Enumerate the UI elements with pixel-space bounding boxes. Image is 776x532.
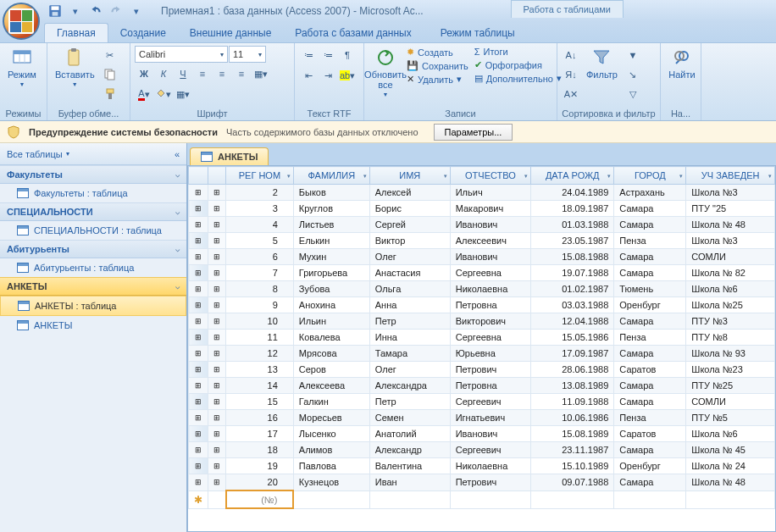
- cell[interactable]: 17.09.1987: [531, 346, 614, 362]
- align-left-icon[interactable]: ≡: [193, 64, 212, 83]
- cell[interactable]: ПТУ "25: [686, 201, 775, 217]
- nav-group-header[interactable]: СПЕЦИАЛЬНОСТИ⌵: [0, 202, 186, 221]
- alt-fill-icon[interactable]: ▦▾: [174, 85, 192, 103]
- expand-icon[interactable]: ⊞: [208, 426, 226, 442]
- cell[interactable]: Пенза: [614, 410, 686, 426]
- table-row[interactable]: ⊞⊞13СеровОлегПетрович28.06.1988СаратовШк…: [189, 362, 775, 378]
- cell[interactable]: 03.03.1988: [531, 297, 614, 313]
- table-row[interactable]: ⊞⊞17ЛысенкоАнатолийИванович15.08.1989Сар…: [189, 426, 775, 442]
- cell[interactable]: Самара: [614, 378, 686, 394]
- cell[interactable]: Самара: [614, 201, 686, 217]
- cell[interactable]: Астрахань: [614, 185, 686, 201]
- nav-group-header[interactable]: Абитурьенты⌵: [0, 240, 186, 258]
- cell[interactable]: 12: [226, 346, 294, 362]
- toggle-filter-icon[interactable]: ▽: [624, 85, 642, 103]
- row-selector[interactable]: ⊞: [189, 474, 208, 491]
- cell[interactable]: 10: [226, 313, 294, 330]
- cell[interactable]: Мрясова: [293, 346, 369, 362]
- cell[interactable]: Петр: [369, 313, 450, 330]
- cell[interactable]: Алексеева: [293, 378, 369, 394]
- cell[interactable]: ПТУ №5: [686, 410, 775, 426]
- cell[interactable]: Самара: [614, 265, 686, 281]
- cell[interactable]: Олег: [369, 249, 450, 265]
- cell[interactable]: Быков: [293, 185, 369, 201]
- cut-icon[interactable]: ✂: [101, 46, 119, 64]
- cell[interactable]: Галкин: [293, 394, 369, 410]
- cell[interactable]: Елькин: [293, 233, 369, 249]
- cell[interactable]: 4: [226, 217, 294, 233]
- nav-pane-header[interactable]: Все таблицы▾«: [0, 143, 186, 165]
- expand-icon[interactable]: ⊞: [208, 265, 226, 281]
- cell[interactable]: ПТУ №25: [686, 378, 775, 394]
- cell[interactable]: Оренбург: [614, 458, 686, 474]
- table-row[interactable]: ⊞⊞8ЗубоваОльгаНиколаевна01.02.1987Тюмень…: [189, 281, 775, 297]
- cell[interactable]: 19.07.1988: [531, 265, 614, 281]
- nav-item[interactable]: СПЕЦИАЛЬНОСТИ : таблица: [0, 221, 186, 240]
- expand-icon[interactable]: ⊞: [208, 201, 226, 217]
- cell[interactable]: Школа №23: [686, 362, 775, 378]
- cell[interactable]: Моресьев: [293, 410, 369, 426]
- expand-icon[interactable]: ⊞: [208, 297, 226, 313]
- cell[interactable]: Петрович: [450, 362, 530, 378]
- cell[interactable]: Сергеевна: [450, 330, 530, 346]
- table-row[interactable]: ⊞⊞19ПавловаВалентинаНиколаевна15.10.1989…: [189, 458, 775, 474]
- row-selector[interactable]: ⊞: [189, 346, 208, 362]
- view-button[interactable]: Режим▼: [4, 46, 40, 89]
- cell[interactable]: 19: [226, 458, 294, 474]
- advanced-filter-icon[interactable]: ↘: [624, 65, 642, 84]
- cell[interactable]: 23.11.1987: [531, 442, 614, 458]
- qat-customize-icon[interactable]: ▾: [129, 3, 144, 19]
- row-selector[interactable]: ⊞: [189, 378, 208, 394]
- tab-database-tools[interactable]: Работа с базами данных: [283, 24, 423, 42]
- column-header[interactable]: ОТЧЕСТВО▾: [450, 167, 530, 185]
- cell[interactable]: 09.07.1988: [531, 474, 614, 491]
- row-selector[interactable]: ⊞: [189, 297, 208, 313]
- expand-icon[interactable]: ⊞: [208, 362, 226, 378]
- row-selector[interactable]: ⊞: [189, 426, 208, 442]
- row-selector[interactable]: ⊞: [189, 458, 208, 474]
- font-color-icon[interactable]: A▾: [135, 85, 153, 103]
- cell[interactable]: Школа №3: [686, 233, 775, 249]
- find-button[interactable]: Найти: [665, 46, 699, 81]
- table-row[interactable]: ⊞⊞5ЕлькинВикторАлексеевич23.05.1987Пенза…: [189, 233, 775, 249]
- cell[interactable]: Серов: [293, 362, 369, 378]
- cell[interactable]: Самара: [614, 346, 686, 362]
- expand-icon[interactable]: ⊞: [208, 458, 226, 474]
- nav-item[interactable]: Факультеты : таблица: [0, 184, 186, 202]
- bold-icon[interactable]: Ж: [135, 64, 153, 83]
- cell[interactable]: Ковалева: [293, 330, 369, 346]
- fill-color-icon[interactable]: ▾: [154, 85, 173, 103]
- cell[interactable]: Анастасия: [369, 265, 450, 281]
- cell[interactable]: 15: [226, 394, 294, 410]
- cell[interactable]: Алексей: [369, 185, 450, 201]
- cell[interactable]: СОМЛИ: [686, 249, 775, 265]
- cell[interactable]: 28.06.1988: [531, 362, 614, 378]
- cell[interactable]: Николаевна: [450, 458, 530, 474]
- column-header[interactable]: ИМЯ▾: [369, 167, 450, 185]
- row-selector[interactable]: ⊞: [189, 233, 208, 249]
- column-header[interactable]: ДАТА РОЖД▾: [531, 167, 614, 185]
- cell[interactable]: Саратов: [614, 426, 686, 442]
- totals-button[interactable]: ΣИтоги: [473, 46, 563, 58]
- cell[interactable]: Пенза: [614, 233, 686, 249]
- tab-create[interactable]: Создание: [108, 24, 178, 42]
- cell[interactable]: Сергеевич: [450, 394, 530, 410]
- cell[interactable]: 11: [226, 330, 294, 346]
- cell[interactable]: Мухин: [293, 249, 369, 265]
- cell[interactable]: Алексеевич: [450, 233, 530, 249]
- cell[interactable]: 10.06.1986: [531, 410, 614, 426]
- expand-icon[interactable]: ⊞: [208, 378, 226, 394]
- cell[interactable]: Тамара: [369, 346, 450, 362]
- nav-item[interactable]: АНКЕТЫ : таблица: [0, 296, 186, 316]
- cell[interactable]: Зубова: [293, 281, 369, 297]
- cell[interactable]: Алимов: [293, 442, 369, 458]
- row-selector[interactable]: ⊞: [189, 313, 208, 330]
- datasheet-grid[interactable]: РЕГ НОМ▾ФАМИЛИЯ▾ИМЯ▾ОТЧЕСТВО▾ДАТА РОЖД▾Г…: [187, 165, 776, 532]
- expand-icon[interactable]: ⊞: [208, 394, 226, 410]
- cell[interactable]: 23.05.1987: [531, 233, 614, 249]
- row-selector[interactable]: ⊞: [189, 185, 208, 201]
- nav-group-header[interactable]: Факультеты⌵: [0, 165, 186, 184]
- cell[interactable]: Школа № 45: [686, 442, 775, 458]
- nav-group-header[interactable]: АНКЕТЫ⌵: [0, 277, 186, 296]
- save-record-button[interactable]: 💾Сохранить: [405, 59, 470, 72]
